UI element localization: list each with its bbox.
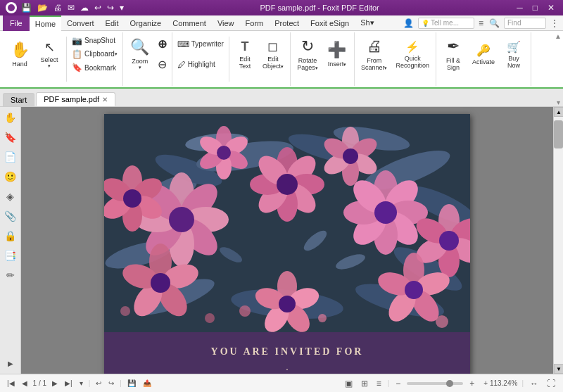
sidebar-icon-attach[interactable]: 📎 [3,208,18,224]
sidebar-expand-btn[interactable]: ▶ [3,355,18,371]
sidebar-icon-pages[interactable]: 📄 [3,149,18,165]
scroll-track[interactable] [554,117,563,364]
menu-comment[interactable]: Comment [167,15,212,31]
svg-point-89 [205,313,215,323]
qa-open[interactable]: 📂 [36,3,49,13]
activate-button[interactable]: 🔑 Activate [469,34,498,75]
menu-convert[interactable]: Convert [61,15,100,31]
sidebar-icon-hand[interactable]: ✋ [3,110,18,125]
qa-undo[interactable]: ↩ [93,3,103,13]
quick-recognition-button[interactable]: ⚡ Quick Recognition [392,34,433,75]
qa-redo[interactable]: ↪ [106,3,115,13]
sidebar-icon-security[interactable]: 🔒 [3,228,18,244]
bookmark-icon: 🔖 [72,63,82,72]
zoom-thumb[interactable] [446,380,453,387]
zoom-in-button[interactable]: ⊕ [156,38,169,51]
insert-button[interactable]: ➕ Insert▾ [323,34,351,75]
hand-button[interactable]: ✋ Hand [6,34,34,75]
sidebar-icon-fields[interactable]: 📑 [3,248,18,263]
zoom-out-button[interactable]: ⊖ [156,58,169,71]
minimize-button[interactable]: ─ [514,3,526,13]
highlight-button[interactable]: 🖊 Highlight [175,58,226,71]
ribbon-collapse-btn[interactable]: ▲ [555,32,562,40]
svg-point-66 [405,281,423,299]
typewriter-column: ⌨ Typewriter 🖊 Highlight [175,34,226,75]
close-button[interactable]: ✕ [545,3,557,13]
sidebar-icon-bookmark[interactable]: 🔖 [3,129,18,145]
qa-cloud[interactable]: ☁ [79,3,90,13]
menu-esign[interactable]: Foxit eSign [305,15,355,31]
from-scanner-button[interactable]: 🖨 From Scanner▾ [358,34,391,75]
ribbon-group-edit: ⌨ Typewriter 🖊 Highlight T Edit Text ◻ E… [172,32,291,86]
user-icon[interactable]: 👤 [402,18,415,28]
tab-scroll-down[interactable]: ▾ [557,99,560,106]
sidebar-icon-layers[interactable]: ◈ [3,189,18,204]
divider [66,37,67,82]
zoom-in-status-btn[interactable]: + [467,379,476,388]
typewriter-button[interactable]: ⌨ Typewriter [175,38,226,51]
ribbon: ✋ Hand ↖ Select ▾ 📷 SnapShot 📋 Clipboard… [0,31,563,89]
maximize-button[interactable]: □ [530,3,540,13]
scroll-down-btn[interactable]: ▼ [554,364,563,374]
menu-icon-btn[interactable]: ≡ [477,18,485,28]
view-double-btn[interactable]: ⊞ [359,379,370,388]
menu-bar: File Home Convert Edit Organize Comment … [0,15,563,31]
scroll-thumb[interactable] [554,120,563,148]
qa-save[interactable]: 💾 [20,3,33,13]
menu-home[interactable]: Home [30,15,61,31]
edit-object-button[interactable]: ◻ Edit Object▾ [259,34,287,75]
nav-next-btn[interactable]: ▶ [51,379,59,387]
flower-svg [104,114,470,332]
share-btn[interactable]: 📤 [141,379,153,387]
pdf-scroll[interactable]: YOU ARE INVITED FOR · Dinner 💬 [21,107,553,374]
scroll-up-btn[interactable]: ▲ [554,107,563,117]
fill-sign-button[interactable]: ✒ Fill & Sign [439,34,467,75]
buy-now-icon: 🛒 [507,40,521,53]
clipboard-button[interactable]: 📋 Clipboard ▾ [70,48,120,61]
search-icon[interactable]: 🔍 [488,18,501,28]
nav-back-btn[interactable]: ↩ [94,379,103,387]
select-button[interactable]: ↖ Select ▾ [35,34,63,75]
save-current-btn[interactable]: 💾 [126,379,137,387]
fit-width-btn[interactable]: ↔ [528,379,540,388]
menu-edit[interactable]: Edit [100,15,125,31]
nav-first-btn[interactable]: |◀ [6,379,16,387]
nav-fwd-btn[interactable]: ↪ [107,379,115,387]
sidebar-icon-stamp[interactable]: ✏ [3,267,18,283]
left-sidebar: ✋ 🔖 📄 🙂 ◈ 📎 🔒 📑 ✏ ▶ [0,107,21,374]
menu-organize[interactable]: Organize [125,15,167,31]
zoom-slider[interactable] [407,382,463,385]
menu-file[interactable]: File [3,15,30,31]
menu-protect[interactable]: Protect [269,15,305,31]
tell-me-box[interactable]: 💡 Tell me... [418,18,474,29]
svg-point-91 [120,306,130,316]
rotate-pages-button[interactable]: ↻ Rotate Pages▾ [293,34,322,75]
settings-icon[interactable]: ⋮ [549,18,560,28]
sidebar-icon-comment[interactable]: 🙂 [3,169,18,184]
menu-view[interactable]: View [212,15,240,31]
pdf-text-content: YOU ARE INVITED FOR · Dinner [104,332,470,374]
tab-pdf[interactable]: PDF sample.pdf ✕ [36,92,115,106]
zoom-out-status-btn[interactable]: − [393,379,403,388]
buy-now-button[interactable]: 🛒 Buy Now [500,34,528,75]
tab-start[interactable]: Start [3,93,34,106]
zoom-button[interactable]: 🔍 Zoom ▾ [126,34,154,75]
nav-last-btn[interactable]: ▶| [63,379,74,387]
pdf-page: YOU ARE INVITED FOR · Dinner 💬 [104,114,470,374]
view-scroll-btn[interactable]: ≡ [374,379,384,388]
nav-dropdown[interactable]: ▾ [78,379,84,387]
qa-print[interactable]: 🖨 [52,3,63,13]
pdf-area[interactable]: YOU ARE INVITED FOR · Dinner 💬 [21,107,553,374]
menu-share[interactable]: Sh▾ [355,15,379,31]
menu-form[interactable]: Form [240,15,270,31]
qa-email[interactable]: ✉ [66,3,76,13]
fit-page-btn[interactable]: ⛶ [545,379,557,388]
qa-more[interactable]: ▾ [118,3,125,13]
snapshot-button[interactable]: 📷 SnapShot [70,34,120,47]
find-box[interactable]: Find [504,18,546,29]
tab-close-btn[interactable]: ✕ [102,96,108,103]
bookmark-button[interactable]: 🔖 Bookmark [70,61,120,74]
edit-text-button[interactable]: T Edit Text [232,34,258,75]
view-single-btn[interactable]: ▣ [343,379,355,388]
nav-prev-btn[interactable]: ◀ [20,379,29,387]
